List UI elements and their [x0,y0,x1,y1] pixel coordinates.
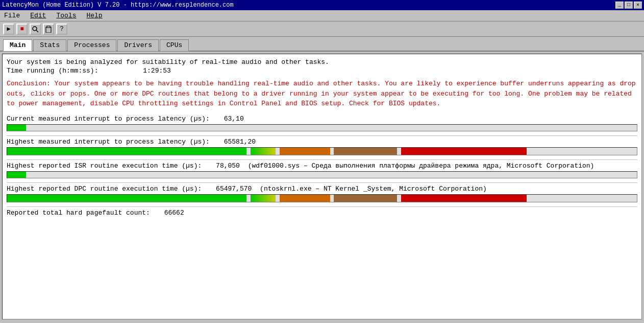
close-button[interactable]: ✕ [634,2,642,9]
dpc-bar-green [7,195,246,202]
menu-help[interactable]: Help [84,11,104,20]
dpc-bar-red [401,195,527,202]
metric-current-interrupt: Current measured interrupt to process la… [7,115,637,131]
help-button[interactable]: ? [56,24,67,35]
bar-green [7,148,246,155]
divider-1 [7,135,637,136]
bar-yellow-trans [251,148,276,155]
tab-stats[interactable]: Stats [33,39,66,51]
metric-highest-isr-detail: (wdf01000.sys – Среда выполнения платфор… [248,162,595,170]
highest-interrupt-bar [7,147,637,155]
svg-rect-3 [47,26,50,28]
minimize-button[interactable]: _ [615,2,624,9]
svg-rect-2 [46,27,51,33]
metric-highest-dpc-label: Highest reported DPC routine execution t… [7,185,637,193]
metric-pagefault-label: Reported total hard pagefault count: 666… [7,209,637,217]
bar-green-short [7,172,26,178]
dpc-bar-brown [334,195,397,202]
toolbar: ▶ ■ ? [0,21,644,37]
divider-2 [7,159,637,160]
maximize-button[interactable]: □ [625,2,633,9]
menu-file[interactable]: File [2,11,22,20]
svg-line-1 [36,30,38,32]
metric-highest-interrupt-label: Highest measured interrupt to process la… [7,138,637,146]
search-icon [32,26,39,33]
main-content: Your system is being analyzed for suitab… [2,54,642,319]
divider-3 [7,182,637,183]
conclusion-text: Conclusion: Your system appears to be ha… [7,79,637,109]
metric-highest-interrupt-value: 65581,20 [224,138,256,146]
title-text: LatencyMon (Home Edition) V 7.20 - https… [2,2,234,9]
tab-drivers[interactable]: Drivers [117,39,159,51]
metric-highest-interrupt: Highest measured interrupt to process la… [7,138,637,155]
tab-main[interactable]: Main [3,39,32,51]
title-controls: _ □ ✕ [615,2,642,9]
menu-edit[interactable]: Edit [28,11,48,20]
tab-cpus[interactable]: CPUs [160,39,189,51]
time-label: Time running (h:mm:ss): [7,67,98,75]
highest-dpc-bar [7,194,637,202]
status-line-2: Time running (h:mm:ss): 1:29:53 [7,67,637,75]
metric-highest-isr-label: Highest reported ISR routine execution t… [7,162,637,170]
stop-button[interactable]: ■ [16,24,28,35]
title-bar: LatencyMon (Home Edition) V 7.20 - https… [0,0,644,10]
metric-highest-dpc-value: 65497,570 [216,185,252,193]
dpc-bar-orange [280,195,330,202]
play-button[interactable]: ▶ [3,24,14,35]
metric-current-interrupt-value: 63,10 [224,115,244,123]
menu-tools[interactable]: Tools [54,11,78,20]
menu-bar: File Edit Tools Help [0,10,644,21]
highest-isr-bar [7,171,637,178]
time-value: 1:29:53 [143,67,171,75]
svg-point-0 [33,27,37,31]
metric-current-interrupt-label: Current measured interrupt to process la… [7,115,637,123]
status-line-1: Your system is being analyzed for suitab… [7,58,637,66]
tabs: Main Stats Processes Drivers CPUs [0,37,644,52]
bar-green-segment [7,125,26,131]
clipboard-icon [45,26,52,33]
bar-orange [280,148,330,155]
metric-pagefault-value: 66662 [164,209,184,217]
copy-button[interactable] [43,24,54,35]
tab-processes[interactable]: Processes [67,39,116,51]
bar-brown [334,148,397,155]
metric-highest-dpc-detail: (ntoskrnl.exe – NT Kernel _System, Micro… [260,185,487,193]
current-interrupt-bar [7,124,637,131]
metric-highest-isr-value: 78,050 [216,162,240,170]
bar-red [401,148,527,155]
search-button[interactable] [30,24,41,35]
metric-highest-isr: Highest reported ISR routine execution t… [7,162,637,178]
metric-pagefault: Reported total hard pagefault count: 666… [7,209,637,217]
metric-highest-dpc: Highest reported DPC routine execution t… [7,185,637,202]
divider-4 [7,206,637,207]
dpc-bar-trans [251,195,276,202]
